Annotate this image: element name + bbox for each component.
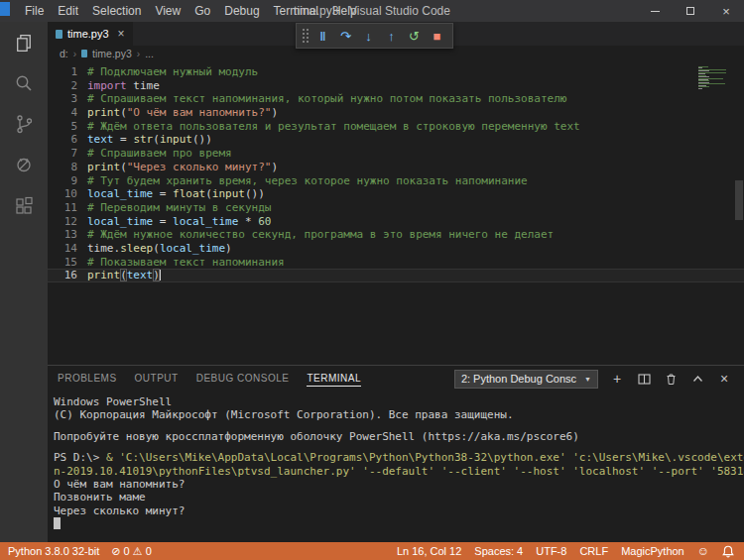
maximize-icon [686,7,694,15]
terminal-line: Позвонить маме [54,491,744,504]
chevron-right-icon: › [137,49,140,59]
search-icon [13,72,35,94]
step-over-button[interactable]: ↷ [334,25,357,47]
sidebar-item-source-control[interactable] [10,111,38,137]
terminal-blank-line [54,443,744,451]
step-out-button[interactable]: ↑ [380,25,403,47]
statusbar-feedback-smiley-icon[interactable]: ☺ [697,544,709,558]
step-into-button[interactable]: ↓ [357,25,380,47]
new-terminal-button[interactable]: + [609,371,625,387]
line-number: 8 [48,161,77,174]
code-text: local_time = local_time * 60 [87,215,271,229]
tab-time-py3[interactable]: time.py3 × [48,22,133,46]
panel-tab-terminal[interactable]: TERMINAL [307,371,361,387]
breadcrumb-drive[interactable]: d: [60,48,68,59]
debug-toolbar: Ⅱ↷↓↑↺■ [296,23,453,49]
line-number: 14 [48,242,77,256]
menu-help[interactable]: Help [325,0,364,22]
close-button[interactable]: × [708,0,744,22]
panel-tab-debug-console[interactable]: DEBUG CONSOLE [196,371,290,387]
code-line: 1# Подключаем нужный модуль [48,65,744,79]
terminal-selector-dropdown[interactable]: 2: Python Debug Consc ▼ [454,370,598,389]
continue-pause-button[interactable]: Ⅱ [311,25,334,47]
tab-label: time.py3 [67,28,109,40]
breadcrumb-file[interactable]: time.py3 [92,48,132,59]
line-number: 3 [48,92,77,106]
statusbar-eol-sequence[interactable]: CRLF [579,545,608,557]
minimap[interactable] [696,64,728,91]
menu-selection[interactable]: Selection [85,0,148,22]
file-icon [56,30,62,39]
code-line: 13# Ждём нужное количество секунд, прогр… [48,228,744,242]
line-number: 9 [48,174,77,188]
statusbar-indentation[interactable]: Spaces: 4 [474,545,523,557]
chevron-up-icon [691,373,704,386]
tab-close-icon[interactable]: × [118,27,125,41]
terminal[interactable]: Windows PowerShell(C) Корпорация Майкрос… [48,392,744,542]
line-number: 5 [48,120,77,134]
editor-scrollbar[interactable] [735,180,743,220]
kill-terminal-button[interactable] [663,371,679,387]
menu-go[interactable]: Go [187,0,217,22]
code-line: 8print("Через сколько минут?") [48,161,744,174]
terminal-line [54,517,744,530]
notifications-bell-icon[interactable] [722,545,734,558]
close-icon: × [720,371,728,387]
statusbar-right: Ln 16, Col 12Spaces: 4UTF-8CRLFMagicPyth… [397,544,709,558]
maximize-panel-button[interactable] [689,371,705,387]
code-editor[interactable]: 1# Подключаем нужный модуль2import time3… [48,61,744,365]
line-number: 1 [48,65,77,79]
drag-handle[interactable] [302,28,309,44]
menu-file[interactable]: File [18,0,51,22]
menu-edit[interactable]: Edit [51,0,85,22]
sidebar-item-debug[interactable] [10,152,38,177]
breadcrumb-symbols[interactable]: ... [145,48,154,59]
code-line: 3# Спрашиваем текст напоминания, который… [48,92,744,106]
code-line: 16print(text) [48,269,744,282]
stop-button[interactable]: ■ [426,25,448,47]
panel-actions: 2: Python Debug Consc ▼ + [454,370,732,389]
menu-debug[interactable]: Debug [217,0,266,22]
sidebar-item-extensions[interactable] [10,192,38,218]
code-line: 6text = str(input()) [48,133,744,147]
statusbar-problems-summary[interactable]: ⊘ 0 ⚠ 0 [111,545,151,558]
minimize-button[interactable] [637,0,673,22]
chevron-right-icon: › [73,49,76,59]
line-number: 12 [48,215,77,229]
plus-icon: + [613,371,621,387]
status-bar: Python 3.8.0 32-bit⊘ 0 ⚠ 0 Ln 16, Col 12… [0,542,744,560]
window-controls: × [637,0,744,22]
code-text: text = str(input()) [87,133,212,147]
app-icon [0,2,10,16]
sidebar-item-explorer[interactable] [10,30,38,56]
statusbar-encoding[interactable]: UTF-8 [536,545,566,557]
code-line: 15# Показываем текст напоминания [48,256,744,270]
code-text: # Тут будем хранить время, через которое… [87,174,528,188]
code-lines: 1# Подключаем нужный модуль2import time3… [48,65,744,282]
text-cursor [160,270,161,280]
trash-icon [665,373,678,386]
panel-tab-output[interactable]: OUTPUT [135,371,179,387]
terminal-selector-value: 2: Python Debug Consc [461,373,576,385]
line-number: 7 [48,147,77,161]
menu-terminal[interactable]: Terminal [267,0,325,22]
statusbar-python-interpreter[interactable]: Python 3.8.0 32-bit [8,545,99,557]
code-text: time.sleep(local_time) [87,242,232,256]
panel-header: PROBLEMSOUTPUTDEBUG CONSOLETERMINAL 2: P… [48,366,744,392]
sidebar-item-search[interactable] [10,70,38,96]
line-number: 13 [48,228,77,242]
maximize-button[interactable] [673,0,708,22]
split-terminal-button[interactable] [636,371,652,387]
statusbar-cursor-position[interactable]: Ln 16, Col 12 [397,545,461,557]
statusbar-language-mode[interactable]: MagicPython [621,545,684,557]
menu-view[interactable]: View [148,0,187,22]
code-line: 11# Переводим минуты в секунды [48,201,744,215]
minimize-icon [651,11,660,12]
close-panel-button[interactable]: × [716,371,732,387]
activity-bar [0,22,48,542]
restart-button[interactable]: ↺ [403,25,426,47]
panel: PROBLEMSOUTPUTDEBUG CONSOLETERMINAL 2: P… [48,365,744,542]
panel-tab-problems[interactable]: PROBLEMS [58,371,117,387]
terminal-cursor [54,517,61,529]
code-text: import time [87,79,160,93]
